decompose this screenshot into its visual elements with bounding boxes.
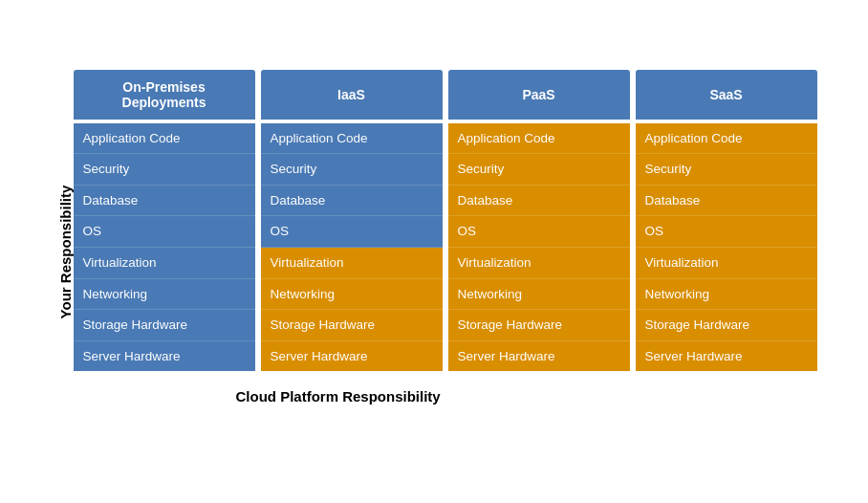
cell-on-premises-3: OS	[74, 216, 255, 248]
cell-on-premises-2: Database	[74, 186, 255, 217]
cell-saas-2: Database	[636, 186, 817, 217]
column-on-premises: On-Premises DeploymentsApplication CodeS…	[74, 70, 255, 371]
cells-iaas: Application CodeSecurityDatabaseOSVirtua…	[261, 123, 443, 371]
cell-on-premises-6: Storage Hardware	[74, 310, 255, 341]
cell-paas-6: Storage Hardware	[448, 310, 630, 341]
cell-on-premises-7: Server Hardware	[74, 341, 255, 372]
cell-paas-1: Security	[448, 154, 630, 186]
cell-saas-3: OS	[636, 216, 817, 248]
cell-paas-2: Database	[448, 186, 630, 217]
cell-saas-5: Networking	[636, 279, 817, 311]
cell-paas-4: Virtualization	[448, 248, 630, 279]
cell-paas-3: OS	[448, 216, 630, 248]
y-axis-label: Your Responsibility	[52, 70, 74, 405]
cell-saas-6: Storage Hardware	[636, 310, 817, 341]
column-paas: PaaSApplication CodeSecurityDatabaseOSVi…	[448, 70, 630, 371]
cell-on-premises-0: Application Code	[74, 123, 255, 155]
cell-paas-5: Networking	[448, 279, 630, 311]
cell-iaas-4: Virtualization	[261, 248, 443, 279]
cell-iaas-1: Security	[261, 154, 443, 186]
chart-wrapper: Your Responsibility On-Premises Deployme…	[52, 70, 817, 433]
cell-paas-7: Server Hardware	[448, 341, 630, 372]
col-header-on-premises: On-Premises Deployments	[74, 70, 255, 120]
cell-on-premises-1: Security	[74, 154, 255, 186]
cell-saas-4: Virtualization	[636, 248, 817, 279]
cells-on-premises: Application CodeSecurityDatabaseOSVirtua…	[74, 123, 255, 371]
cell-saas-0: Application Code	[636, 123, 817, 155]
cell-saas-1: Security	[636, 154, 817, 186]
cells-paas: Application CodeSecurityDatabaseOSVirtua…	[448, 123, 630, 371]
column-iaas: IaaSApplication CodeSecurityDatabaseOSVi…	[261, 70, 443, 371]
x-axis-label: Cloud Platform Responsibility	[236, 388, 441, 405]
cells-saas: Application CodeSecurityDatabaseOSVirtua…	[636, 123, 817, 371]
cell-iaas-3: OS	[261, 216, 443, 248]
cell-saas-7: Server Hardware	[636, 341, 817, 372]
cell-iaas-2: Database	[261, 186, 443, 217]
columns-row: On-Premises DeploymentsApplication CodeS…	[74, 70, 817, 371]
cell-paas-0: Application Code	[448, 123, 630, 155]
cell-iaas-7: Server Hardware	[261, 341, 443, 372]
col-header-saas: SaaS	[636, 70, 817, 120]
col-header-iaas: IaaS	[261, 70, 443, 120]
chart-area: On-Premises DeploymentsApplication CodeS…	[74, 70, 817, 405]
bottom-label-row: Cloud Platform Responsibility	[74, 379, 817, 405]
cell-iaas-0: Application Code	[261, 123, 443, 155]
cell-iaas-5: Networking	[261, 279, 443, 311]
col-header-paas: PaaS	[448, 70, 630, 120]
cell-on-premises-4: Virtualization	[74, 248, 255, 279]
column-saas: SaaSApplication CodeSecurityDatabaseOSVi…	[636, 70, 817, 371]
cell-iaas-6: Storage Hardware	[261, 310, 443, 341]
cell-on-premises-5: Networking	[74, 279, 255, 311]
